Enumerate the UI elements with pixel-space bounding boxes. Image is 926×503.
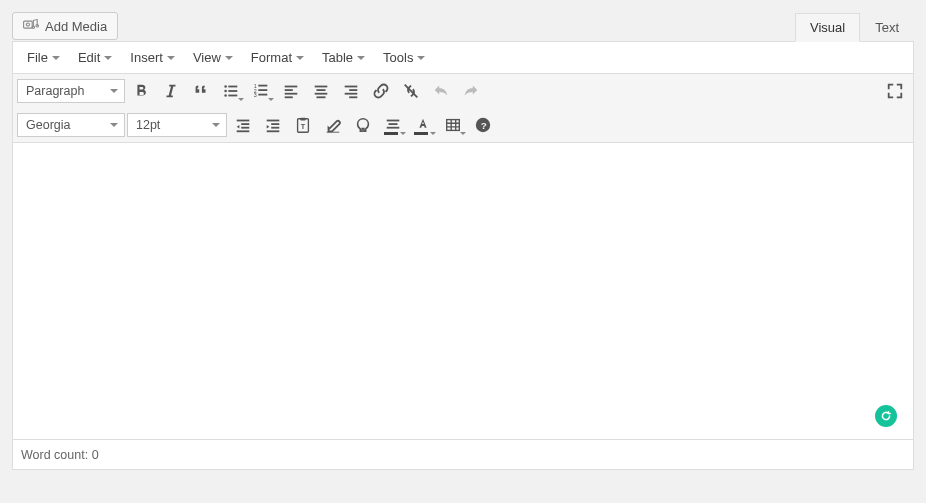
toolbar-row-1: Paragraph 123 — [13, 74, 913, 108]
grammarly-icon[interactable] — [875, 405, 897, 427]
svg-rect-28 — [237, 120, 250, 122]
chevron-down-icon — [52, 56, 60, 60]
editor-mode-tabs: Visual Text — [795, 12, 914, 41]
svg-rect-29 — [241, 123, 249, 125]
menu-insert[interactable]: Insert — [122, 47, 183, 68]
svg-rect-17 — [285, 89, 293, 91]
format-select[interactable]: Paragraph — [17, 79, 125, 103]
svg-rect-32 — [267, 120, 280, 122]
menu-view[interactable]: View — [185, 47, 241, 68]
background-color-button[interactable] — [379, 111, 407, 139]
svg-rect-21 — [317, 89, 326, 91]
chevron-down-icon — [238, 98, 244, 101]
tab-visual[interactable]: Visual — [795, 13, 860, 42]
chevron-down-icon — [110, 89, 118, 93]
svg-rect-42 — [447, 120, 460, 131]
chevron-down-icon — [357, 56, 365, 60]
undo-button[interactable] — [427, 77, 455, 105]
indent-button[interactable] — [259, 111, 287, 139]
paste-text-button[interactable]: T — [289, 111, 317, 139]
svg-rect-25 — [349, 89, 357, 91]
svg-rect-27 — [349, 96, 357, 98]
numbered-list-button[interactable]: 123 — [247, 77, 275, 105]
special-char-button[interactable] — [349, 111, 377, 139]
statusbar: Word count: 0 — [13, 439, 913, 469]
content-area[interactable] — [13, 143, 913, 439]
font-size-select[interactable]: 12pt — [127, 113, 227, 137]
svg-rect-33 — [271, 123, 279, 125]
outdent-button[interactable] — [229, 111, 257, 139]
svg-rect-0 — [24, 21, 33, 28]
chevron-down-icon — [268, 98, 274, 101]
word-count-label: Word count: 0 — [21, 448, 99, 462]
menubar: File Edit Insert View Format Table Tools — [13, 42, 913, 74]
add-media-button[interactable]: Add Media — [12, 12, 118, 40]
svg-rect-37 — [300, 118, 305, 121]
svg-rect-39 — [387, 120, 400, 122]
svg-rect-11 — [258, 85, 267, 87]
svg-rect-35 — [267, 130, 280, 132]
help-button[interactable]: ? — [469, 111, 497, 139]
svg-rect-18 — [285, 93, 298, 95]
svg-rect-5 — [228, 86, 237, 88]
bold-button[interactable] — [127, 77, 155, 105]
svg-rect-26 — [345, 93, 358, 95]
svg-rect-40 — [389, 123, 398, 125]
color-swatch — [384, 132, 398, 135]
menu-edit[interactable]: Edit — [70, 47, 120, 68]
color-swatch — [414, 132, 428, 135]
unlink-button[interactable] — [397, 77, 425, 105]
chevron-down-icon — [400, 132, 406, 135]
font-family-select[interactable]: Georgia — [17, 113, 125, 137]
svg-rect-22 — [315, 93, 328, 95]
text-color-button[interactable] — [409, 111, 437, 139]
svg-rect-23 — [317, 96, 326, 98]
chevron-down-icon — [110, 123, 118, 127]
italic-button[interactable] — [157, 77, 185, 105]
align-center-button[interactable] — [307, 77, 335, 105]
svg-rect-41 — [387, 127, 400, 129]
link-button[interactable] — [367, 77, 395, 105]
chevron-down-icon — [225, 56, 233, 60]
toolbar-row-2: Georgia 12pt T — [13, 108, 913, 142]
chevron-down-icon — [167, 56, 175, 60]
svg-rect-20 — [315, 86, 328, 88]
svg-rect-31 — [237, 130, 250, 132]
svg-text:?: ? — [481, 120, 487, 131]
chevron-down-icon — [430, 132, 436, 135]
menu-format[interactable]: Format — [243, 47, 312, 68]
svg-rect-30 — [241, 127, 249, 129]
blockquote-button[interactable] — [187, 77, 215, 105]
redo-button[interactable] — [457, 77, 485, 105]
table-button[interactable] — [439, 111, 467, 139]
tab-text[interactable]: Text — [860, 13, 914, 42]
svg-point-6 — [224, 90, 227, 93]
menu-file[interactable]: File — [19, 47, 68, 68]
svg-rect-13 — [258, 89, 267, 91]
svg-rect-7 — [228, 90, 237, 92]
toolbar-area: Paragraph 123 — [13, 74, 913, 143]
menu-tools[interactable]: Tools — [375, 47, 433, 68]
chevron-down-icon — [460, 132, 466, 135]
bullet-list-button[interactable] — [217, 77, 245, 105]
svg-point-1 — [26, 23, 29, 26]
editor-container: File Edit Insert View Format Table Tools… — [12, 41, 914, 470]
camera-music-icon — [23, 18, 39, 35]
svg-rect-16 — [285, 86, 298, 88]
svg-text:3: 3 — [254, 92, 257, 98]
align-left-button[interactable] — [277, 77, 305, 105]
svg-rect-15 — [258, 94, 267, 96]
align-right-button[interactable] — [337, 77, 365, 105]
svg-text:T: T — [301, 122, 306, 131]
svg-rect-9 — [228, 95, 237, 97]
add-media-label: Add Media — [45, 19, 107, 34]
chevron-down-icon — [212, 123, 220, 127]
fullscreen-button[interactable] — [881, 77, 909, 105]
menu-table[interactable]: Table — [314, 47, 373, 68]
chevron-down-icon — [417, 56, 425, 60]
svg-rect-34 — [271, 127, 279, 129]
svg-point-8 — [224, 94, 227, 97]
chevron-down-icon — [296, 56, 304, 60]
svg-point-4 — [224, 85, 227, 88]
clear-formatting-button[interactable] — [319, 111, 347, 139]
